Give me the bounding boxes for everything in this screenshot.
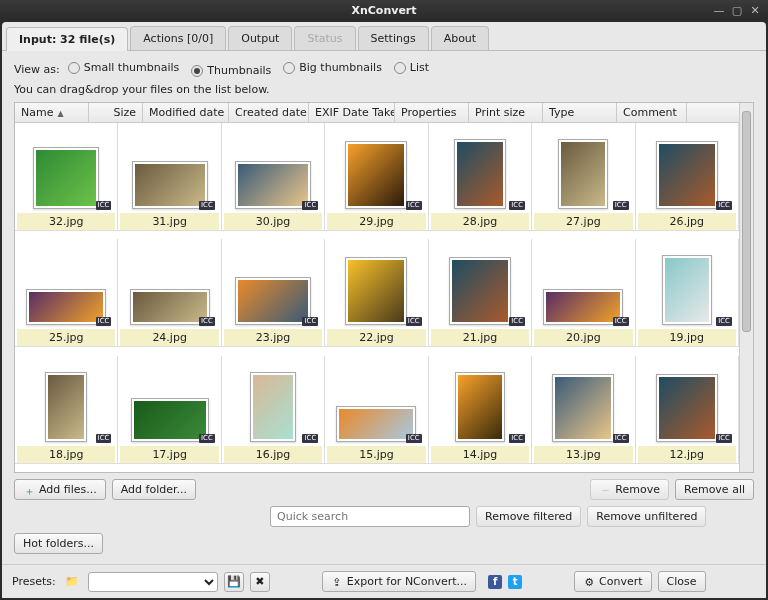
- file-name: 21.jpg: [431, 329, 529, 346]
- titlebar: XnConvert — ▢ ✕: [0, 0, 768, 20]
- thumbnail-cell[interactable]: ICC12.jpg: [636, 356, 739, 464]
- column-type[interactable]: Type: [543, 103, 617, 122]
- column-comment[interactable]: Comment: [617, 103, 687, 122]
- icc-badge: ICC: [613, 317, 629, 326]
- input-panel: View as: Small thumbnailsThumbnailsBig t…: [2, 51, 766, 564]
- save-preset-icon[interactable]: 💾: [224, 572, 244, 592]
- thumbnail-cell[interactable]: ICC31.jpg: [118, 123, 221, 231]
- view-as-row: View as: Small thumbnailsThumbnailsBig t…: [14, 61, 754, 77]
- thumbnail-cell[interactable]: ICC23.jpg: [222, 239, 325, 347]
- thumbnail-image: [558, 139, 608, 209]
- thumbnail-image: [33, 147, 99, 209]
- view-radio-thumbnails[interactable]: Thumbnails: [191, 64, 271, 77]
- column-properties[interactable]: Properties: [395, 103, 469, 122]
- add-folder-button[interactable]: Add folder...: [112, 479, 196, 500]
- thumbnail-image: [132, 161, 208, 209]
- file-name: 24.jpg: [120, 329, 218, 346]
- column-headers: Name▲SizeModified dateCreated dateEXIF D…: [15, 103, 739, 123]
- remove-button[interactable]: −Remove: [590, 479, 669, 500]
- thumbnail-cell[interactable]: ICC27.jpg: [532, 123, 635, 231]
- thumbnail-cell[interactable]: ICC18.jpg: [15, 356, 118, 464]
- thumbnail-cell[interactable]: ICC13.jpg: [532, 356, 635, 464]
- thumbnail-image: [131, 398, 209, 442]
- minimize-icon[interactable]: —: [712, 3, 726, 17]
- delete-preset-icon[interactable]: ✖: [250, 572, 270, 592]
- thumbnail-cell[interactable]: ICC28.jpg: [429, 123, 532, 231]
- folder-icon[interactable]: 📁: [62, 572, 82, 592]
- file-name: 16.jpg: [224, 446, 322, 463]
- tab-input[interactable]: Input: 32 file(s): [6, 27, 128, 51]
- thumbnail-image: [449, 257, 511, 325]
- presets-select[interactable]: [88, 572, 218, 592]
- icc-badge: ICC: [716, 434, 732, 443]
- column-created-date[interactable]: Created date: [229, 103, 309, 122]
- icc-badge: ICC: [302, 434, 318, 443]
- file-name: 12.jpg: [638, 446, 736, 463]
- twitter-icon[interactable]: t: [508, 575, 522, 589]
- thumbnail-image: [45, 372, 87, 442]
- thumbnail-image: [345, 141, 407, 209]
- maximize-icon[interactable]: ▢: [730, 3, 744, 17]
- thumbnail-cell[interactable]: ICC21.jpg: [429, 239, 532, 347]
- icc-badge: ICC: [509, 317, 525, 326]
- thumbnail-cell[interactable]: ICC25.jpg: [15, 239, 118, 347]
- thumbnails-grid[interactable]: ICC32.jpgICC31.jpgICC30.jpgICC29.jpgICC2…: [15, 123, 739, 472]
- thumbnail-cell[interactable]: ICC17.jpg: [118, 356, 221, 464]
- hot-folders-button[interactable]: Hot folders...: [14, 533, 103, 554]
- export-button[interactable]: ⇪Export for NConvert...: [322, 571, 476, 592]
- thumbnail-image: [235, 161, 311, 209]
- thumbnail-cell[interactable]: ICC26.jpg: [636, 123, 739, 231]
- icc-badge: ICC: [96, 434, 112, 443]
- close-icon[interactable]: ✕: [748, 3, 762, 17]
- file-name: 23.jpg: [224, 329, 322, 346]
- remove-all-button[interactable]: Remove all: [675, 479, 754, 500]
- icc-badge: ICC: [509, 434, 525, 443]
- thumbnail-cell[interactable]: ICC15.jpg: [325, 356, 428, 464]
- convert-button[interactable]: ⚙Convert: [574, 571, 652, 592]
- column-size[interactable]: Size: [89, 103, 143, 122]
- thumbnail-image: [656, 141, 718, 209]
- remove-unfiltered-button[interactable]: Remove unfiltered: [587, 506, 706, 527]
- thumbnail-cell[interactable]: ICC14.jpg: [429, 356, 532, 464]
- tab-status: Status: [294, 26, 355, 50]
- thumbnail-cell[interactable]: ICC20.jpg: [532, 239, 635, 347]
- column-print-size[interactable]: Print size: [469, 103, 543, 122]
- app-window: Input: 32 file(s)Actions [0/0]OutputStat…: [2, 22, 766, 598]
- thumbnail-cell[interactable]: ICC29.jpg: [325, 123, 428, 231]
- tab-about[interactable]: About: [431, 26, 490, 50]
- icc-badge: ICC: [199, 434, 215, 443]
- thumbnail-cell[interactable]: ICC16.jpg: [222, 356, 325, 464]
- tab-actions[interactable]: Actions [0/0]: [130, 26, 226, 50]
- column-modified-date[interactable]: Modified date: [143, 103, 229, 122]
- view-radio-list[interactable]: List: [394, 61, 429, 74]
- close-button[interactable]: Close: [658, 571, 706, 592]
- remove-filtered-button[interactable]: Remove filtered: [476, 506, 581, 527]
- thumbnail-image: [235, 277, 311, 325]
- thumbnail-cell[interactable]: ICC30.jpg: [222, 123, 325, 231]
- add-files-button[interactable]: ＋Add files...: [14, 479, 106, 500]
- thumbnail-cell[interactable]: ICC32.jpg: [15, 123, 118, 231]
- icc-badge: ICC: [509, 201, 525, 210]
- window-title: XnConvert: [258, 4, 510, 17]
- column-exif-date-take[interactable]: EXIF Date Take: [309, 103, 395, 122]
- view-radio-big-thumbnails[interactable]: Big thumbnails: [283, 61, 382, 74]
- icc-badge: ICC: [716, 317, 732, 326]
- facebook-icon[interactable]: f: [488, 575, 502, 589]
- search-input[interactable]: [270, 506, 470, 527]
- thumbnail-cell[interactable]: ICC24.jpg: [118, 239, 221, 347]
- icc-badge: ICC: [96, 201, 112, 210]
- file-name: 14.jpg: [431, 446, 529, 463]
- thumbnail-cell[interactable]: ICC19.jpg: [636, 239, 739, 347]
- vertical-scrollbar[interactable]: [739, 103, 753, 472]
- plus-icon: ＋: [23, 484, 35, 496]
- file-name: 13.jpg: [534, 446, 632, 463]
- thumbnail-image: [662, 255, 712, 325]
- file-name: 28.jpg: [431, 213, 529, 230]
- presets-label: Presets:: [12, 575, 56, 588]
- tab-output[interactable]: Output: [228, 26, 292, 50]
- tab-settings[interactable]: Settings: [358, 26, 429, 50]
- view-radio-small-thumbnails[interactable]: Small thumbnails: [68, 61, 180, 74]
- column-name[interactable]: Name▲: [15, 103, 89, 122]
- icc-badge: ICC: [302, 317, 318, 326]
- thumbnail-cell[interactable]: ICC22.jpg: [325, 239, 428, 347]
